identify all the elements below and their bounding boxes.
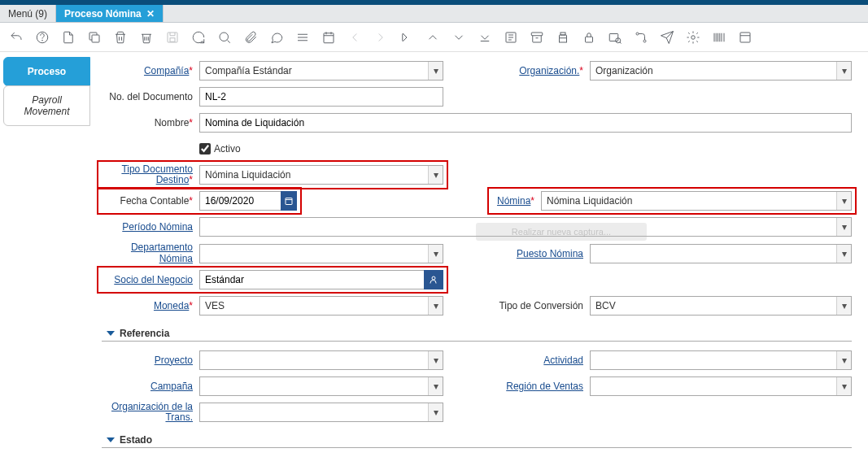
- chat-icon[interactable]: [268, 29, 285, 46]
- combo-moneda[interactable]: VES ▾: [199, 296, 443, 316]
- chevron-down-icon[interactable]: ▾: [428, 245, 443, 263]
- combo-value: [200, 377, 428, 395]
- close-icon[interactable]: ✕: [146, 8, 155, 20]
- tab-proceso-nomina[interactable]: Proceso Nómina ✕: [56, 5, 164, 22]
- triangle-down-icon: [107, 437, 115, 442]
- svg-rect-12: [609, 33, 618, 41]
- sidebar-item-proceso[interactable]: Proceso: [3, 57, 90, 86]
- archive-icon[interactable]: [529, 29, 545, 46]
- chevron-down-icon[interactable]: ▾: [428, 297, 443, 315]
- combo-proyecto[interactable]: ▾: [199, 350, 443, 370]
- sidebar-item-payroll-movement[interactable]: Payroll Movement: [3, 85, 90, 126]
- barcode-icon[interactable]: [711, 29, 727, 46]
- refresh-icon[interactable]: [190, 29, 207, 46]
- chevron-down-icon[interactable]: ▾: [836, 245, 851, 263]
- label-tipo-conversion: Tipo de Conversión: [492, 300, 590, 311]
- toolbar: [0, 23, 868, 52]
- lookup-icon[interactable]: [424, 270, 443, 289]
- tab-active-label: Proceso Nómina: [64, 8, 142, 20]
- label-fecha-contable: Fecha Contable*: [102, 195, 199, 207]
- fullscreen-icon[interactable]: [737, 29, 753, 46]
- undo-icon[interactable]: [8, 29, 24, 46]
- first-icon[interactable]: [399, 29, 415, 46]
- send-icon[interactable]: [659, 29, 675, 46]
- section-estado[interactable]: Estado: [102, 434, 852, 448]
- combo-value: [200, 245, 428, 263]
- list-icon[interactable]: [294, 29, 311, 46]
- chevron-down-icon[interactable]: ▾: [836, 351, 851, 369]
- checkbox-activo[interactable]: [199, 143, 211, 155]
- chevron-down-icon[interactable]: ▾: [428, 166, 443, 184]
- checkbox-activo-wrap[interactable]: Activo: [199, 143, 241, 155]
- combo-departamento-nomina[interactable]: ▾: [199, 244, 443, 263]
- svg-rect-9: [560, 37, 567, 41]
- sidebar-item-label: Payroll: [9, 94, 85, 106]
- save-icon[interactable]: [164, 29, 181, 46]
- combo-tipo-conversion[interactable]: BCV ▾: [590, 296, 852, 316]
- chevron-down-icon[interactable]: ▾: [836, 218, 851, 236]
- workflow-icon[interactable]: [633, 29, 649, 46]
- combo-value: Nómina Liquidación: [542, 192, 836, 210]
- next-icon[interactable]: [373, 29, 389, 46]
- calendar-icon[interactable]: [321, 29, 337, 46]
- delete-icon[interactable]: [112, 29, 129, 46]
- combo-periodo-nomina[interactable]: ▾: [199, 217, 852, 237]
- combo-nomina[interactable]: Nómina Liquidación ▾: [541, 191, 852, 211]
- help-icon[interactable]: [34, 29, 50, 46]
- print-icon[interactable]: [555, 29, 571, 46]
- svg-rect-2: [92, 35, 99, 42]
- label-nomina: Nómina*: [492, 195, 541, 207]
- search-icon[interactable]: [216, 29, 233, 46]
- combo-tipo-doc-destino[interactable]: Nómina Liquidación ▾: [199, 165, 443, 185]
- svg-rect-17: [740, 33, 750, 42]
- combo-organizacion[interactable]: Organización ▾: [590, 61, 852, 81]
- last-icon[interactable]: [477, 29, 493, 46]
- triangle-down-icon: [107, 331, 115, 336]
- section-title: Referencia: [120, 328, 169, 339]
- prev-icon[interactable]: [347, 29, 363, 46]
- combo-org-trans[interactable]: ▾: [199, 403, 443, 422]
- attachment-icon[interactable]: [242, 29, 259, 46]
- input-fecha-contable[interactable]: [199, 191, 281, 211]
- svg-point-19: [432, 276, 435, 280]
- combo-value: [591, 377, 836, 395]
- delete-all-icon[interactable]: [138, 29, 155, 46]
- up-icon[interactable]: [425, 29, 441, 46]
- chevron-down-icon[interactable]: ▾: [836, 62, 851, 80]
- chevron-down-icon[interactable]: ▾: [836, 377, 851, 395]
- chevron-down-icon[interactable]: ▾: [428, 377, 443, 395]
- label-socio-negocio: Socio del Negocio: [102, 274, 199, 285]
- chevron-down-icon[interactable]: ▾: [428, 62, 443, 80]
- calendar-picker-icon[interactable]: [281, 191, 297, 211]
- combo-value: [591, 245, 836, 263]
- svg-rect-4: [170, 37, 175, 41]
- label-actividad: Actividad: [492, 355, 590, 366]
- combo-actividad[interactable]: ▾: [590, 350, 852, 370]
- combo-value: [591, 351, 836, 369]
- svg-point-5: [220, 33, 229, 41]
- zoom-record-icon[interactable]: [607, 29, 623, 46]
- down-icon[interactable]: [451, 29, 467, 46]
- form-content: Compañía* Compañía Estándar ▾ Organizaci…: [94, 52, 868, 457]
- combo-region-ventas[interactable]: ▾: [590, 376, 852, 396]
- label-proyecto: Proyecto: [102, 355, 199, 366]
- combo-compania[interactable]: Compañía Estándar ▾: [199, 61, 443, 81]
- chevron-down-icon[interactable]: ▾: [836, 297, 851, 315]
- input-nombre[interactable]: [199, 113, 852, 133]
- input-no-documento[interactable]: [199, 87, 443, 107]
- combo-puesto-nomina[interactable]: ▾: [590, 244, 852, 263]
- gear-icon[interactable]: [685, 29, 701, 46]
- input-socio-negocio[interactable]: [199, 270, 424, 289]
- combo-campana[interactable]: ▾: [199, 376, 443, 396]
- lock-icon[interactable]: [581, 29, 597, 46]
- label-periodo-nomina: Período Nómina: [102, 221, 199, 233]
- label-compania: Compañía*: [102, 65, 199, 76]
- new-icon[interactable]: [60, 29, 76, 46]
- copy-icon[interactable]: [86, 29, 103, 46]
- report-icon[interactable]: [503, 29, 519, 46]
- chevron-down-icon[interactable]: ▾: [836, 192, 851, 210]
- chevron-down-icon[interactable]: ▾: [428, 403, 443, 421]
- chevron-down-icon[interactable]: ▾: [428, 351, 443, 369]
- tab-menu[interactable]: Menú (9): [0, 5, 56, 22]
- section-referencia[interactable]: Referencia: [102, 328, 852, 342]
